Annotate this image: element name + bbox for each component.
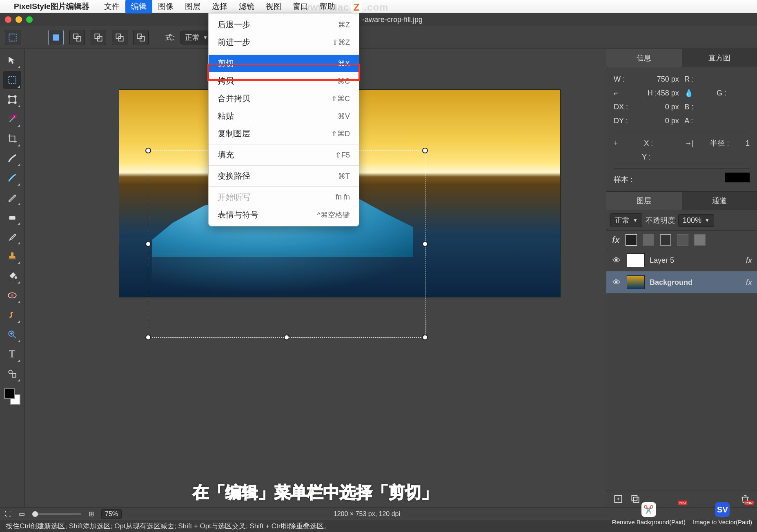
menu-item-表情与符号[interactable]: 表情与符号^⌘空格键	[209, 206, 359, 224]
fit-icon[interactable]: ⛶	[5, 510, 11, 518]
menu-item-复制图层[interactable]: 复制图层⇧⌘D	[209, 125, 359, 142]
w-value: 750 px	[657, 72, 679, 86]
layer-controls: 正常▼ 不透明度 100%▼	[606, 210, 757, 231]
menu-file[interactable]: 文件	[98, 0, 125, 13]
sample-swatch[interactable]	[725, 173, 750, 182]
brush-tool[interactable]	[3, 149, 21, 167]
bucket-tool[interactable]	[3, 267, 21, 285]
close-window-button[interactable]	[5, 16, 11, 23]
menu-filter[interactable]: 滤镜	[233, 0, 260, 13]
fx-opt-5[interactable]	[694, 234, 706, 246]
svg-rect-1	[53, 34, 59, 40]
handle-bot-mid[interactable]	[284, 335, 289, 340]
svg-point-12	[8, 95, 10, 97]
menu-item-合并拷贝[interactable]: 合并拷贝⇧⌘C	[209, 90, 359, 107]
watermark-badge: Z	[351, 2, 362, 13]
opacity-select[interactable]: 100%▼	[678, 214, 714, 227]
crop-tool[interactable]	[3, 130, 21, 148]
svg-rect-17	[9, 216, 15, 220]
mode-new-icon[interactable]	[48, 30, 64, 45]
shape-tool[interactable]	[3, 365, 21, 383]
actual-size-icon[interactable]: ▭	[19, 510, 25, 518]
mode-intersect-icon[interactable]	[112, 30, 127, 45]
tab-channels[interactable]: 通道	[682, 192, 757, 210]
menu-item-后退一步[interactable]: 后退一步⌘Z	[209, 16, 359, 33]
tab-info[interactable]: 信息	[606, 49, 682, 67]
menu-item-开始听写: 开始听写fn fn	[209, 188, 359, 206]
mode-add-icon[interactable]	[69, 30, 85, 45]
fx-opt-4[interactable]	[677, 234, 688, 246]
marquee-tool[interactable]	[3, 71, 21, 89]
svg-rect-0	[9, 34, 16, 41]
x-label: X :	[644, 136, 653, 150]
handle-mid-left[interactable]	[145, 241, 151, 247]
zoom-window-button[interactable]	[26, 16, 33, 23]
transform-tool[interactable]	[3, 91, 21, 109]
menu-select[interactable]: 选择	[206, 0, 233, 13]
watermark-suffix: .com	[364, 2, 388, 13]
text-tool[interactable]: T	[3, 345, 21, 363]
eraser-tool[interactable]	[3, 208, 21, 226]
move-tool[interactable]	[3, 51, 21, 69]
mode-subtract-icon[interactable]	[91, 30, 106, 45]
menu-item-变换路径[interactable]: 变换路径⌘T	[209, 167, 359, 185]
zoom-in-icon[interactable]: ⊞	[89, 510, 94, 518]
minimize-window-button[interactable]	[16, 16, 22, 23]
fx-badge[interactable]: fx	[746, 256, 752, 265]
tab-histogram[interactable]: 直方图	[682, 49, 757, 67]
mode-exclude-icon[interactable]	[133, 30, 149, 45]
handle-mid-right[interactable]	[422, 241, 428, 247]
menu-view[interactable]: 视图	[260, 0, 287, 13]
menu-item-剪切[interactable]: 剪切⌘X	[209, 55, 359, 72]
svg-point-15	[14, 102, 16, 103]
eyedropper-icon: 💧	[684, 86, 693, 100]
fx-label[interactable]: fx	[612, 234, 620, 246]
handle-top-right[interactable]	[422, 148, 428, 153]
menu-item-shortcut: ⇧⌘Z	[332, 38, 350, 47]
svg-rect-23	[12, 374, 16, 377]
pencil-tool[interactable]	[3, 188, 21, 206]
mode-select[interactable]: 正常▼	[180, 31, 212, 44]
menu-image[interactable]: 图像	[152, 0, 179, 13]
fx-badge[interactable]: fx	[746, 278, 752, 287]
handle-bot-left[interactable]	[145, 335, 151, 340]
zoom-value[interactable]: 75%	[101, 509, 122, 519]
svg-rect-3	[76, 36, 81, 41]
menu-item-label: 复制图层	[218, 128, 250, 139]
pen-brush-tool[interactable]	[3, 169, 21, 187]
handle-top-left[interactable]	[145, 148, 151, 153]
fx-opt-2[interactable]	[643, 234, 654, 246]
fx-opt-1[interactable]	[626, 234, 637, 246]
layer-row[interactable]: 👁 Layer 5 fx	[606, 249, 757, 271]
menu-item-拷贝[interactable]: 拷贝⌘C	[209, 72, 359, 90]
menu-item-粘贴[interactable]: 粘贴⌘V	[209, 107, 359, 125]
color-swatches[interactable]	[4, 388, 20, 405]
menu-item-shortcut: ⇧⌘C	[331, 94, 350, 103]
r-label: R :	[684, 72, 694, 86]
visibility-icon[interactable]: 👁	[611, 256, 622, 265]
menu-separator	[209, 53, 359, 53]
menu-item-前进一步[interactable]: 前进一步⇧⌘Z	[209, 33, 359, 51]
redeye-tool[interactable]	[3, 286, 21, 304]
eyedropper-tool[interactable]	[3, 228, 21, 246]
selection-tool-icon[interactable]	[5, 30, 20, 45]
remove-bg-app[interactable]: ✂️PRO Remove Background(Paid)	[612, 502, 686, 525]
handle-bot-right[interactable]	[422, 335, 428, 340]
magic-wand-tool[interactable]	[3, 110, 21, 128]
menu-item-填充[interactable]: 填充⇧F5	[209, 146, 359, 164]
fg-color-swatch[interactable]	[4, 388, 15, 399]
zoom-slider[interactable]	[32, 513, 81, 515]
stamp-tool[interactable]	[3, 247, 21, 265]
layer-row[interactable]: 👁 Background fx	[606, 271, 757, 293]
fx-opt-3[interactable]	[660, 234, 671, 246]
menu-item-shortcut: ⇧F5	[335, 151, 350, 160]
app-name[interactable]: PixelStyle图片编辑器	[14, 1, 89, 12]
zoom-tool[interactable]	[3, 326, 21, 344]
tab-layers[interactable]: 图层	[606, 192, 682, 210]
menu-layer[interactable]: 图层	[179, 0, 206, 13]
visibility-icon[interactable]: 👁	[611, 278, 622, 287]
blend-mode-select[interactable]: 正常▼	[610, 213, 642, 227]
smudge-tool[interactable]	[3, 306, 21, 324]
menu-edit[interactable]: 编辑	[125, 0, 152, 13]
image-to-vector-app[interactable]: SVPRO Image to Vector(Paid)	[693, 502, 752, 525]
